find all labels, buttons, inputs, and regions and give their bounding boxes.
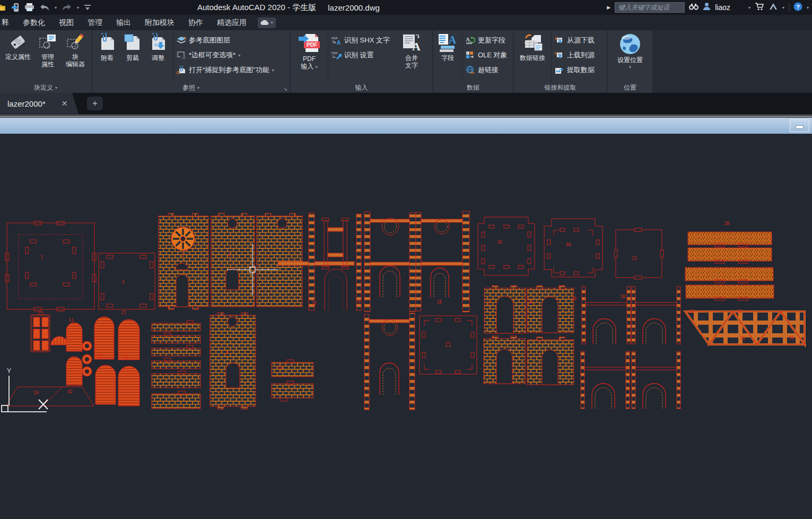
redo-dropdown-caret-icon[interactable]: ▾ xyxy=(77,5,79,10)
upload-to-source-button[interactable]: 8 上载到源 xyxy=(555,49,595,62)
help-dropdown-caret-icon[interactable]: ▾ xyxy=(807,5,809,10)
undo-icon[interactable] xyxy=(39,4,50,11)
part-parallelogram[interactable] xyxy=(6,387,94,406)
svg-text:?: ? xyxy=(796,3,800,10)
search-input[interactable] xyxy=(615,2,685,13)
signed-in-user[interactable]: liaoz xyxy=(715,3,730,12)
hyperlink-button[interactable]: 超链接 xyxy=(466,64,508,76)
part-brick-strips[interactable] xyxy=(152,321,200,409)
part-slotted-plate-2[interactable] xyxy=(544,219,603,277)
tab-manage[interactable]: 管理 xyxy=(81,15,109,30)
download-from-source-button[interactable]: 8 从源下载 xyxy=(555,34,595,47)
field-button[interactable]: A 字段 xyxy=(435,32,460,82)
part-slotted-plate-1[interactable] xyxy=(478,217,535,275)
part-arch-frames[interactable] xyxy=(581,287,680,409)
help-icon[interactable]: ? xyxy=(793,2,802,13)
frames-vary-button[interactable]: (x) *边框可变选项* ▾ xyxy=(177,49,274,62)
save-icon[interactable] xyxy=(11,3,20,12)
panel-data: A 字段 A 更新字段 OLE 对象 xyxy=(433,30,513,93)
open-folder-icon[interactable] xyxy=(0,3,6,12)
block-editor-button[interactable]: 块 编辑器 xyxy=(62,32,89,82)
part-brick-wall-arch-window[interactable] xyxy=(211,213,255,307)
app-store-cart-icon[interactable] xyxy=(755,2,764,13)
qat-customize-icon[interactable] xyxy=(84,4,91,11)
minimize-drawing-button[interactable] xyxy=(790,119,809,132)
part-frame-panel-3[interactable] xyxy=(364,313,415,410)
snap-to-underlay-button[interactable]: 打开“捕捉到参考底图”功能 ▾ xyxy=(177,64,274,76)
part-window-four-pane[interactable] xyxy=(31,312,50,352)
user-avatar-icon[interactable] xyxy=(703,2,711,13)
part-brick-wall-hole[interactable] xyxy=(257,213,302,307)
autodesk-logo-icon[interactable] xyxy=(769,3,778,12)
panel-title-location[interactable]: 位置 xyxy=(608,82,652,93)
ribbon-display-button[interactable]: ▾ xyxy=(258,18,276,28)
set-location-button[interactable]: 设置位置 ▾ xyxy=(610,32,650,82)
part-medallions[interactable] xyxy=(82,341,92,376)
extract-data-button[interactable]: 提取数据 xyxy=(555,64,595,76)
file-tab-bar: lazer2000* ✕ + xyxy=(0,93,812,114)
part-half-dome[interactable] xyxy=(51,336,68,345)
part-number-label: 5 xyxy=(267,255,269,260)
file-tab-close-icon[interactable]: ✕ xyxy=(62,99,68,108)
data-link-button[interactable]: 数据链接 xyxy=(516,32,549,82)
part-base-plate-medium[interactable] xyxy=(99,253,155,309)
part-frame-panel-1[interactable] xyxy=(364,212,416,312)
recognize-shx-button[interactable]: PDFA 识别 SHX 文字 xyxy=(331,34,398,47)
panel-title-block-definition[interactable]: 块定义 ▾ xyxy=(0,82,91,93)
underlay-layers-button[interactable]: 参考底图图层 xyxy=(177,34,274,47)
part-frame-panel-2[interactable] xyxy=(416,211,469,312)
part-brick-tower[interactable] xyxy=(210,313,256,409)
define-attributes-button[interactable]: 定义属性 xyxy=(2,32,34,82)
adjust-button[interactable]: 调整 xyxy=(145,32,171,82)
combine-text-button[interactable]: A 合并 文字 xyxy=(398,32,425,82)
redo-icon[interactable] xyxy=(62,4,72,11)
user-dropdown-caret-icon[interactable]: ▾ xyxy=(748,5,750,10)
part-rail-strip[interactable] xyxy=(309,213,315,310)
search-binoculars-icon[interactable] xyxy=(689,3,699,12)
panel-title-link-extract[interactable]: 链接和提取 xyxy=(514,82,607,93)
dialog-launcher-icon[interactable]: ↘ xyxy=(283,87,287,92)
tab-view[interactable]: 视图 xyxy=(52,15,81,30)
manage-attributes-button[interactable]: 管理 属性 xyxy=(34,32,62,82)
pdf-import-button[interactable]: PDF PDF 输入 ▾ xyxy=(293,32,326,82)
frame-option-icon: (x) xyxy=(177,51,186,59)
part-number-label: 24 xyxy=(33,391,39,395)
attach-button[interactable]: 附着 xyxy=(94,32,120,82)
part-fringed-arch[interactable] xyxy=(325,269,347,310)
part-number-label: 27 xyxy=(124,357,129,361)
part-number-label: 16 xyxy=(497,240,502,245)
ole-object-button[interactable]: OLE 对象 xyxy=(466,49,508,62)
part-notched-plate[interactable] xyxy=(614,228,663,279)
tab-parametric[interactable]: 参数化 xyxy=(16,15,52,30)
clip-button[interactable]: 剪裁 xyxy=(120,32,145,82)
tab-annotate[interactable]: 释 xyxy=(0,15,16,30)
part-toothed-strip[interactable] xyxy=(356,214,361,310)
part-horizontal-bar[interactable] xyxy=(278,262,354,265)
part-number-label: 25 xyxy=(737,310,742,314)
part-bracket-plate[interactable] xyxy=(420,316,477,374)
drawing-canvas[interactable]: Y 13245211291016662328262536561718192081… xyxy=(0,134,812,519)
panel-title-reference[interactable]: 参照 ▾ ↘ xyxy=(92,82,290,93)
tab-collaborate[interactable]: 协作 xyxy=(181,15,210,30)
update-field-button[interactable]: A 更新字段 xyxy=(466,34,508,47)
tab-output[interactable]: 输出 xyxy=(109,15,138,30)
print-icon[interactable] xyxy=(24,3,34,12)
panel-title-import[interactable]: 输入 xyxy=(291,82,432,93)
tab-featured-apps[interactable]: 精选应用 xyxy=(210,15,254,30)
part-slatted-arches[interactable] xyxy=(66,317,139,406)
window-title: Autodesk AutoCAD 2020 - 学生版 lazer2000.dw… xyxy=(197,0,380,15)
undo-dropdown-caret-icon[interactable]: ▾ xyxy=(55,5,57,10)
recognition-settings-button[interactable]: PDF 识别 设置 xyxy=(331,49,398,62)
panel-title-data[interactable]: 数据 xyxy=(433,82,513,93)
new-tab-button[interactable]: + xyxy=(87,97,103,110)
frames-caret-icon: ▾ xyxy=(238,53,240,58)
tab-addins[interactable]: 附加模块 xyxy=(138,15,181,30)
file-tab-active[interactable]: lazer2000* ✕ xyxy=(0,93,78,114)
part-brick-wall-gear[interactable] xyxy=(159,213,208,309)
part-number-label: 4 xyxy=(228,254,231,258)
part-number-label: 14 xyxy=(277,366,283,370)
part-base-plate-large[interactable] xyxy=(5,221,96,311)
search-expand-icon[interactable]: ▶ xyxy=(607,5,610,10)
autodesk-dropdown-caret-icon[interactable]: ▾ xyxy=(782,5,784,10)
part-roof-strips[interactable] xyxy=(685,232,774,300)
